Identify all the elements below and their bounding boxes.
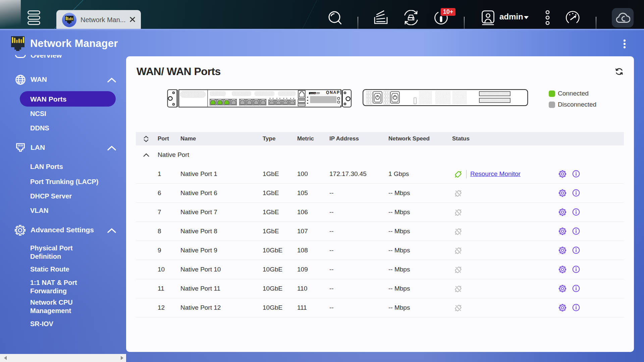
svg-text:QuCPE: QuCPE: [310, 93, 316, 95]
svg-text:QNAP: QNAP: [326, 90, 340, 95]
